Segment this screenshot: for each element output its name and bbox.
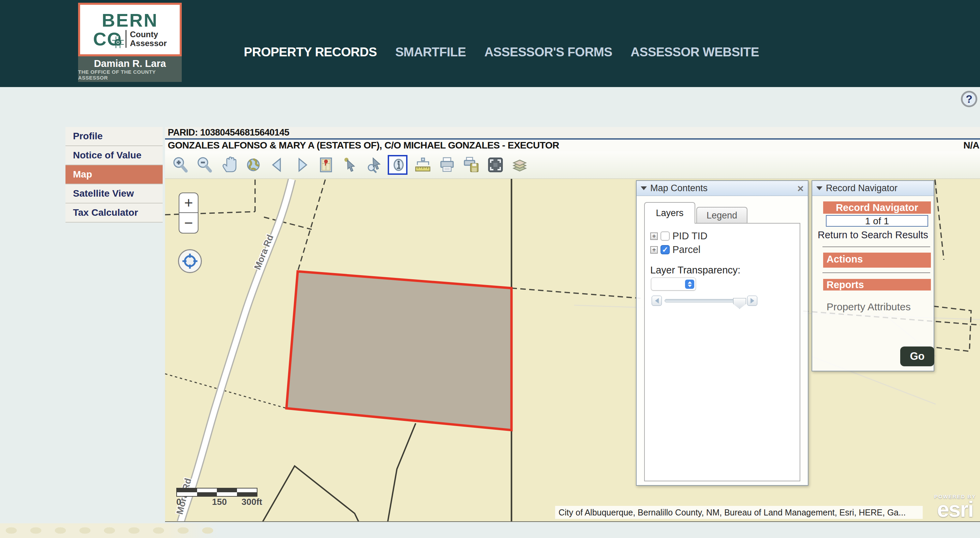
logo-row2: CO County [93,30,167,48]
parcel-checkbox[interactable] [660,245,670,254]
go-button[interactable]: Go [900,346,934,366]
reports-section-bar[interactable]: Reports [823,279,931,291]
layers-icon [510,155,527,174]
pan-tool-button[interactable] [218,155,238,175]
map-contents-title: Map Contents [650,183,708,193]
background-pattern [0,523,223,538]
right-triangle-icon [751,298,754,303]
tab-legend[interactable]: Legend [696,207,748,223]
locate-crosshair-button[interactable] [178,249,202,273]
app-header: BERN CO [0,0,980,87]
map-zoom-in-button[interactable]: + [179,193,198,213]
zoom-in-tool-button[interactable] [170,155,189,175]
pid-tid-checkbox[interactable] [660,231,670,241]
collapse-arrow-icon[interactable] [816,187,822,190]
sidebar-item-map[interactable]: Map [65,165,163,184]
divider [822,246,930,247]
record-navigator-panel: Record Navigator Record Navigator 1 of 1… [811,180,934,371]
zoom-out-tool-button[interactable] [194,155,214,175]
next-extent-button[interactable] [291,155,311,175]
pan-hand-icon [220,155,237,174]
scale-middle-label: 150 [212,497,227,507]
globe-icon [244,155,261,174]
full-screen-tool-button[interactable] [485,155,504,175]
sidebar-item-profile[interactable]: Profile [65,127,163,146]
identify-tool-button[interactable] [388,155,407,175]
print-tool-button[interactable] [436,155,456,175]
scale-bar-graphic [176,488,258,497]
layers-tool-button[interactable] [509,155,528,175]
help-icon[interactable]: ? [961,91,977,107]
logo-officer-block: Damian R. Lara THE OFFICE OF THE COUNTY … [78,56,182,82]
actions-section-bar[interactable]: Actions [823,252,931,268]
layer-row-pid-tid: PID TID [650,230,708,242]
transparency-slider [652,295,764,307]
record-position-field[interactable]: 1 of 1 [826,215,928,227]
slider-thumb[interactable] [733,298,746,309]
zia-sun-icon [111,34,125,52]
identify-info-icon [389,155,406,174]
map-toolbar [165,151,980,179]
measure-icon [413,155,430,174]
map-contents-panel: Map Contents × Layers Legend PID TID Par… [636,180,808,486]
sidebar-item-satellite-view[interactable]: Satellite View [65,184,163,203]
expand-plus-icon[interactable] [650,233,658,240]
logo-line2: CO [93,30,122,48]
tab-layers[interactable]: Layers [644,202,695,224]
measure-tool-button[interactable] [412,155,432,175]
layer-row-parcel: Parcel [650,244,700,255]
record-navigator-title: Record Navigator [826,183,897,193]
layers-tab-content: PID TID Parcel Layer Transparency: [644,223,800,481]
nav-property-records[interactable]: PROPERTY RECORDS [244,45,377,59]
transparency-select[interactable] [651,278,696,291]
layer-label-pid-tid: PID TID [673,230,708,242]
record-navigator-header[interactable]: Record Navigator [812,181,934,196]
zoom-out-icon [196,155,212,174]
logo-line1: BERN [102,11,158,29]
full-extent-globe-button[interactable] [242,155,262,175]
property-attributes-link[interactable]: Property Attributes [827,301,911,313]
select-stepper-icon [685,279,694,289]
record-navigator-bar: Record Navigator [823,201,931,214]
slider-right-button[interactable] [747,295,757,306]
previous-extent-button[interactable] [267,155,286,175]
return-to-search-results-link[interactable]: Return to Search Results [812,229,934,241]
map-zoom-out-button[interactable]: − [179,213,198,233]
page: BERN CO [0,0,980,538]
back-arrow-icon [268,155,285,174]
top-nav: PROPERTY RECORDS SMARTFILE ASSESSOR'S FO… [244,45,759,59]
collapse-arrow-icon[interactable] [641,187,647,190]
nav-assessor-website[interactable]: ASSESSOR WEBSITE [630,45,759,59]
nav-smartfile[interactable]: SMARTFILE [395,45,466,59]
assessor-name: Damian R. Lara [94,58,166,69]
left-triangle-icon [655,298,659,303]
map-viewport[interactable]: Mora Rd Mora Rd + − 0 150 300ft [165,179,980,522]
select-zoom-tool-button[interactable] [363,155,383,175]
print-icon [438,155,455,174]
divider [822,272,930,273]
map-attribution: City of Albuquerque, Bernalillo County, … [555,506,923,519]
logo-divider [126,30,127,48]
overview-map-icon [317,155,334,174]
export-tool-button[interactable] [460,155,480,175]
slider-track[interactable] [665,299,745,302]
scale-bar: 0 150 300ft [176,488,258,507]
sidebar-item-notice-of-value[interactable]: Notice of Value [65,146,163,165]
sidebar-item-tax-calculator[interactable]: Tax Calculator [65,203,163,223]
select-zoom-icon [365,155,382,174]
logo-tagline: County Assessor [130,30,167,48]
full-screen-icon [486,155,503,174]
slider-left-button[interactable] [652,295,662,306]
map-zoom-control: + − [179,193,199,233]
layer-label-parcel: Parcel [673,244,700,255]
select-tool-button[interactable] [339,155,359,175]
map-contents-header[interactable]: Map Contents × [636,181,808,196]
close-icon[interactable]: × [797,183,804,193]
crosshair-icon [180,252,199,271]
nav-assessors-forms[interactable]: ASSESSOR'S FORMS [484,45,612,59]
expand-plus-icon[interactable] [650,246,658,254]
selected-parcel-polygon [286,271,511,430]
esri-logo: POWERED BY esri [933,493,977,519]
overview-map-button[interactable] [315,155,335,175]
bernco-logo[interactable]: BERN CO [78,3,182,82]
